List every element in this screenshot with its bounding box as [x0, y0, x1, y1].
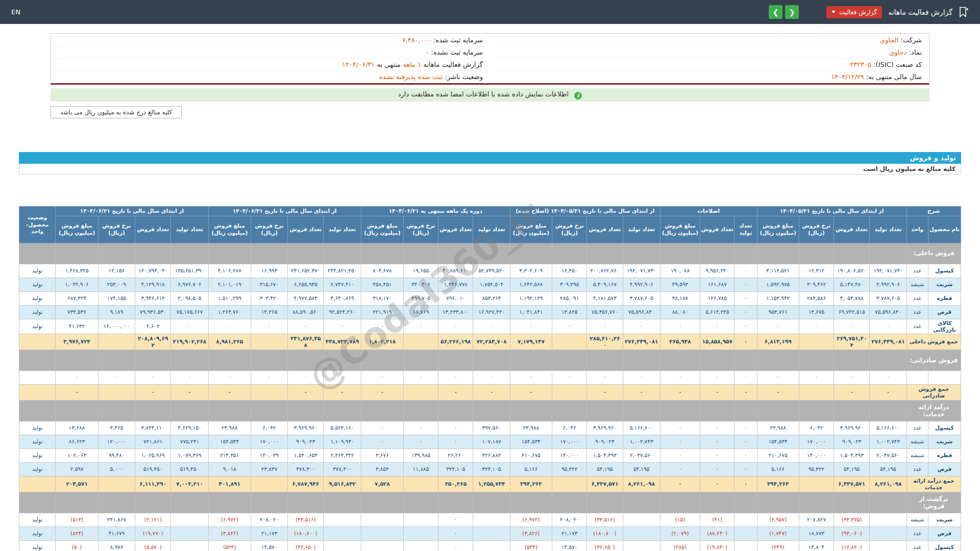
- value-cell: ۱۲۶,۷۸۵: [700, 291, 734, 305]
- info-value-link[interactable]: ۱ ماهه: [403, 61, 421, 68]
- value-cell: ۰: [870, 384, 906, 400]
- value-cell: ۱,۱۹۲,۱۲۹: [510, 291, 552, 305]
- column-header: تعداد تولید: [473, 216, 510, 243]
- value-cell: ۰: [660, 421, 700, 435]
- company-info-row: گزارش فعالیت ماهانه ۱ ماهه منتهی به ۱۴۰۴…: [57, 58, 484, 70]
- company-info-row: کد صنعت (ISIC): ۴۳۲۳۰۵: [496, 58, 923, 70]
- value-cell: ۳۹۹,۷۰۵: [403, 291, 438, 305]
- value-cell: ۰: [473, 319, 510, 334]
- product-name-cell: [928, 370, 961, 384]
- info-value-link[interactable]: دحاوی: [889, 48, 906, 56]
- value-cell: ۷۲۱,۸۶۱: [135, 435, 171, 448]
- empty-cell: [438, 492, 473, 513]
- value-cell: (۵۳۴): [510, 540, 552, 551]
- total-label: جمع فروش داخلی: [906, 334, 961, 349]
- column-header: تعداد فروش: [700, 216, 734, 243]
- empty-cell: [438, 349, 473, 370]
- empty-cell: [171, 400, 208, 421]
- column-header: تعداد فروش: [288, 216, 324, 243]
- product-name-cell: قرص: [928, 462, 961, 476]
- value-cell: ۱۵,۸۵۸,۹۵۷: [700, 334, 734, 349]
- total-label: جمع فروش صادراتی: [906, 384, 961, 400]
- empty-cell: [98, 492, 135, 513]
- empty-cell: [251, 349, 287, 370]
- value-cell: ۱۵۴,۵۳۴: [757, 435, 799, 448]
- value-cell: ۵,۱۶۶: [510, 462, 552, 476]
- column-header: مبلغ فروش (میلیون ریال): [660, 216, 700, 243]
- column-header: تعداد تولید: [734, 216, 757, 243]
- status-cell: تولید: [19, 319, 56, 334]
- value-cell: ۰: [700, 319, 734, 334]
- report-type-dropdown[interactable]: گزارش فعالیت: [826, 6, 882, 18]
- value-cell: ۲۱۰,۶۷۵: [510, 448, 552, 462]
- value-cell: ۱۵۴,۵۳۴: [510, 435, 552, 448]
- value-cell: ۹۹,۴۸۰: [98, 448, 135, 462]
- product-name-cell: شربت: [928, 513, 961, 527]
- value-cell: ۱۷۰,۰۰۰: [552, 435, 587, 448]
- info-value-link[interactable]: ۴۳۲۳۰۵: [850, 61, 871, 68]
- value-cell: ۰: [587, 319, 623, 334]
- value-cell: ۰: [208, 384, 251, 400]
- value-cell: [98, 384, 135, 400]
- empty-cell: [734, 400, 757, 421]
- info-value-link[interactable]: الحاوی: [880, 36, 898, 44]
- value-cell: ۱۹۰,۰۸۸: [660, 264, 700, 278]
- value-cell: ۳,۸۴۴,۱۱۰: [135, 421, 171, 435]
- info-value-link[interactable]: ثبت شده پذیرفته نشده: [379, 73, 443, 81]
- unit-cell: شیشه: [906, 278, 928, 291]
- empty-cell: [510, 492, 552, 513]
- value-cell: [251, 384, 287, 400]
- value-cell: ۰: [870, 319, 906, 334]
- value-cell: ۰: [510, 319, 552, 334]
- value-cell: ۴,۹۹۲,۹۰۶: [870, 278, 906, 291]
- value-cell: ۵,۵۶۴,۱۶۰: [324, 421, 361, 435]
- value-cell: ۱۳,۲۳۳,۸۰۰: [438, 305, 473, 319]
- value-cell: [251, 476, 287, 492]
- empty-cell: [799, 243, 834, 264]
- info-label: وضعیت ناشر:: [445, 73, 483, 81]
- value-cell: ۰: [623, 370, 660, 384]
- value-cell: ۳,۱۱۲,۵۲۱: [757, 264, 799, 278]
- value-cell: ۱۸,۷۷۳: [799, 527, 834, 540]
- empty-cell: [251, 492, 287, 513]
- previous-report-button[interactable]: ❮: [785, 5, 799, 19]
- value-cell: ۷۵,۵۹۶,۸۴۰: [870, 305, 906, 319]
- table-row: شربتشیشه(۳۳,۴۷۵)۲۰۷,۸۲۷(۶,۹۵۷)(۴۱)(۱۵)(۳…: [19, 513, 961, 527]
- value-cell: ۰: [734, 264, 757, 278]
- empty-cell: [56, 400, 98, 421]
- value-cell: ۱۶,۳۱۲: [799, 264, 834, 278]
- value-cell: ۰: [734, 370, 757, 384]
- value-cell: (۳۳,۴۷۵): [834, 513, 870, 527]
- next-report-button[interactable]: ❯: [769, 5, 782, 19]
- value-cell: [403, 384, 438, 400]
- unit-cell: شیشه: [906, 513, 928, 527]
- value-cell: ۷۵,۵۹۶,۸۴۰: [623, 305, 660, 319]
- value-cell: ۰: [403, 319, 438, 334]
- value-cell: [799, 384, 834, 400]
- bookmark-add-icon[interactable]: [959, 7, 969, 18]
- info-value-link[interactable]: ۱۴۰۴/۱۲/۲۹: [831, 73, 864, 81]
- value-cell: ۲,۱۰۱,۰۱۹: [208, 278, 251, 291]
- info-value-link[interactable]: ۱۴۰۴/۰۶/۳۱: [342, 61, 375, 68]
- empty-cell: [799, 349, 834, 370]
- empty-cell: [19, 400, 56, 421]
- empty-cell: [135, 243, 171, 264]
- empty-cell: [473, 349, 510, 370]
- production-sales-table: شرحاز ابتدای سال مالی تا تاریخ ۱۴۰۴/۰۵/۳…: [19, 206, 961, 551]
- status-cell: تولید: [19, 264, 56, 278]
- group-header-row: شرحاز ابتدای سال مالی تا تاریخ ۱۴۰۴/۰۵/۳…: [19, 207, 961, 216]
- value-cell: ۰: [700, 435, 734, 448]
- value-cell: (۵۰): [56, 540, 98, 551]
- value-cell: (۱۵): [660, 513, 700, 527]
- value-cell: ۱۷۰,۰۰۰: [799, 435, 834, 448]
- value-cell: ۳,۷۸۷,۶۰۵: [623, 291, 660, 305]
- value-cell: [734, 540, 757, 551]
- value-cell: ۱,۶۴۲,۵۶۸: [510, 278, 552, 291]
- value-cell: [324, 527, 361, 540]
- value-cell: ۰: [734, 462, 757, 476]
- info-value-link[interactable]: ۶,۴۸۰,۰۰۰: [402, 36, 431, 44]
- empty-cell: [361, 243, 403, 264]
- language-switch-en[interactable]: EN: [11, 8, 20, 16]
- value-cell: ۰: [438, 384, 473, 400]
- value-cell: (۸۷,۶۴۰): [700, 527, 734, 540]
